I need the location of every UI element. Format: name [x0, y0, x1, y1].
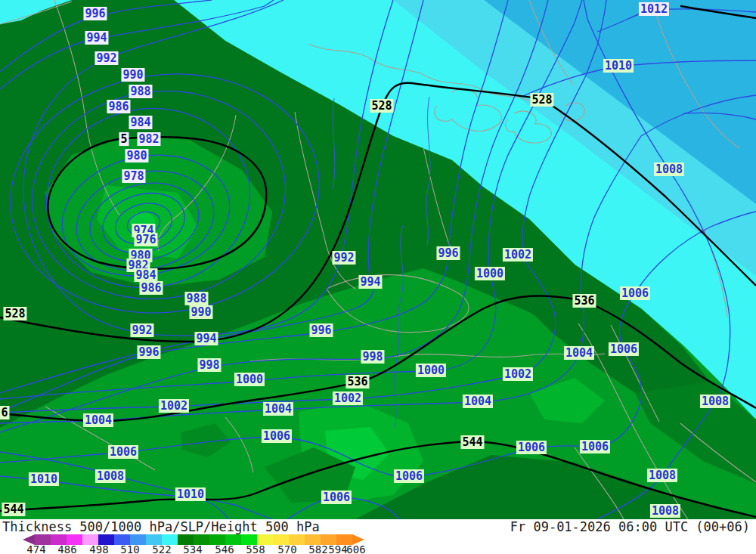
pressure-label: 994 [194, 332, 218, 345]
pressure-label: 1002 [503, 367, 533, 381]
height-contour-label: 528 [530, 93, 553, 107]
pressure-label: 996 [137, 345, 160, 359]
height-contour-label: 528 [370, 99, 393, 113]
pressure-label: 1008 [647, 469, 677, 482]
pressure-label: 1012 [639, 2, 669, 16]
height-contour-label: 544 [460, 435, 484, 449]
pressure-label: 1004 [263, 402, 293, 416]
pressure-label: 992 [94, 51, 118, 65]
pressure-label: 998 [361, 350, 384, 364]
pressure-label: 992 [130, 323, 153, 337]
pressure-label: 1006 [620, 286, 650, 300]
pressure-label: 1000 [475, 267, 505, 280]
height-contour-label: 528 [3, 307, 26, 320]
pressure-label: 986 [139, 281, 163, 295]
pressure-label: 988 [129, 85, 152, 98]
pressure-label: 978 [122, 169, 145, 183]
colorbar-tick: 582 [308, 544, 327, 554]
height-contour-label: 536 [345, 375, 369, 388]
pressure-label: 1008 [700, 395, 730, 408]
pressure-label: 976 [134, 233, 157, 246]
pressure-label: 984 [129, 116, 152, 129]
legend-titles: Thickness 500/1000 hPa/SLP/Height 500 hP… [0, 519, 756, 534]
colorbar-tick: 546 [215, 544, 234, 554]
pressure-label: 990 [189, 305, 212, 319]
pressure-label: 980 [125, 149, 148, 162]
colorbar-tick-labels: 474486498510522534546558570582594606 [23, 544, 378, 554]
pressure-label: 1006 [394, 469, 424, 483]
pressure-label: 1002 [333, 392, 363, 405]
pressure-label: 996 [83, 7, 107, 20]
pressure-label: 1010 [175, 487, 206, 501]
pressure-label: 984 [134, 268, 157, 282]
colorbar-tick: 558 [246, 544, 265, 554]
pressure-label: 992 [332, 251, 355, 265]
valid-time-label: Fr 09-01-2026 06:00 UTC (00+06) [510, 519, 756, 534]
pressure-label: 1006 [108, 445, 138, 459]
pressure-label: 1008 [95, 469, 125, 483]
pressure-label: 1010 [603, 59, 634, 73]
weather-chart-page: 9969949929909889869845982980978974976980… [0, 0, 756, 554]
pressure-label: 1002 [159, 399, 189, 413]
weather-map-canvas [0, 0, 756, 519]
colorbar-tick: 510 [120, 544, 139, 554]
colorbar-tick: 606 [346, 544, 365, 554]
pressure-label: 1006 [516, 441, 547, 454]
colorbar-tick: 594 [328, 544, 347, 554]
colorbar-tick: 474 [26, 544, 45, 554]
height-contour-label: 536 [572, 294, 596, 308]
colorbar-tick: 570 [277, 544, 296, 554]
pressure-label: 1002 [503, 248, 533, 262]
height-contour-label: 544 [2, 503, 25, 516]
weather-map: 9969949929909889869845982980978974976980… [0, 0, 756, 519]
pressure-label: 998 [197, 358, 221, 372]
colorbar-tick: 534 [183, 544, 202, 554]
pressure-label: 1006 [321, 491, 352, 504]
pressure-label: 994 [358, 275, 382, 289]
colorbar-tick: 522 [152, 544, 171, 554]
pressure-label: 1008 [650, 504, 680, 518]
pressure-label: 986 [107, 100, 130, 113]
pressure-label: 988 [184, 292, 208, 305]
pressure-label: 1006 [262, 429, 292, 443]
pressure-label: 1004 [83, 413, 113, 427]
pressure-label: 1008 [654, 162, 684, 176]
pressure-label: 1006 [580, 440, 610, 453]
pressure-label: 996 [436, 246, 460, 260]
pressure-label: 1000 [234, 373, 265, 386]
colorbar-tick: 498 [89, 544, 108, 554]
chart-title: Thickness 500/1000 hPa/SLP/Height 500 hP… [0, 519, 320, 534]
pressure-label: 1000 [416, 364, 446, 377]
pressure-label: 1006 [609, 342, 639, 356]
pressure-label: 996 [309, 323, 333, 337]
pressure-label: 982 [137, 132, 160, 146]
height-contour-label: 5 [119, 132, 129, 146]
height-contour-label: 6 [0, 406, 10, 419]
pressure-label: 1010 [29, 472, 59, 486]
pressure-label: 1004 [463, 395, 493, 408]
legend-bar: Thickness 500/1000 hPa/SLP/Height 500 hP… [0, 519, 756, 554]
pressure-label: 994 [85, 31, 108, 45]
pressure-label: 990 [121, 68, 144, 82]
pressure-label: 1004 [564, 346, 594, 360]
colorbar-tick: 486 [57, 544, 76, 554]
